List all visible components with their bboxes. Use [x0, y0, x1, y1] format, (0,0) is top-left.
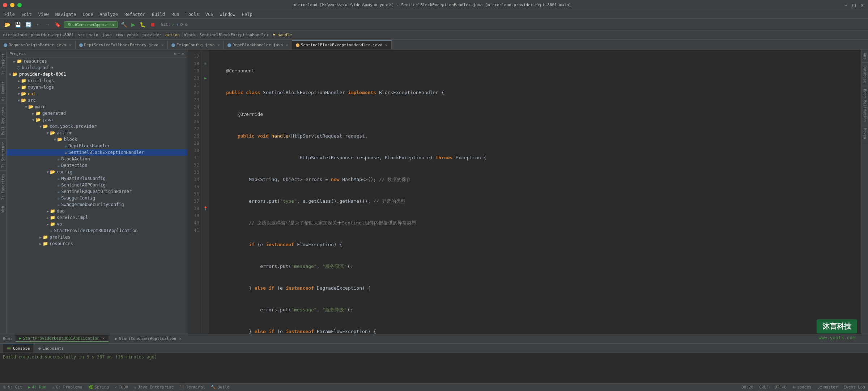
tab-dept-block-handler[interactable]: DeptBlockHandler.java ✕ — [224, 40, 292, 50]
right-panel-ant[interactable]: Ant — [862, 50, 868, 63]
code-editor[interactable]: 17 18 19 20 21 22 23 24 25 26 27 28 29 3… — [187, 50, 861, 334]
minimize-button[interactable] — [10, 3, 14, 7]
tree-item-generated[interactable]: ▶ 📁 generated — [7, 110, 187, 117]
tab-request-origin-parser[interactable]: RequestOriginParser.java ✕ — [0, 40, 76, 50]
gear-icon[interactable]: ⚙ — [174, 51, 176, 56]
tree-item-src[interactable]: ▼ 📂 src — [7, 97, 187, 104]
minimize-icon[interactable]: − — [843, 2, 849, 8]
status-crlf[interactable]: CRLF — [759, 385, 769, 390]
menu-run[interactable]: Run — [169, 11, 182, 18]
breadcrumb-block[interactable]: block — [184, 33, 196, 37]
tree-item-block[interactable]: ▼ 📂 block — [7, 136, 187, 143]
tree-item-muyan-logs[interactable]: ▶ 📁 muyan-logs — [7, 84, 187, 91]
tree-item-resources[interactable]: ▶ 📁 resources — [7, 58, 187, 64]
tab-sentinel-handler[interactable]: SentinelBlockExceptionHandler.java ✕ — [292, 40, 392, 50]
status-build[interactable]: 🔨 Build — [211, 385, 229, 390]
tree-item-sentinel-aop[interactable]: ▶ ☕ SentinelAOPConfig — [7, 182, 187, 188]
menu-edit[interactable]: Edit — [18, 11, 35, 18]
menu-vcs[interactable]: VCS — [203, 11, 216, 18]
menu-navigate[interactable]: Navigate — [52, 11, 79, 18]
close-icon[interactable]: ✕ — [859, 2, 865, 8]
breadcrumb-provider[interactable]: provider — [142, 33, 162, 37]
status-todo[interactable]: ✓ TODO — [115, 385, 128, 390]
tab-close-icon[interactable]: ✕ — [161, 43, 164, 47]
tree-item-build-gradle[interactable]: ▶ ⬡ build.gradle — [7, 64, 187, 71]
tree-item-resources2[interactable]: ▶ 📁 resources — [7, 240, 187, 247]
menu-file[interactable]: File — [1, 11, 18, 18]
menu-view[interactable]: View — [35, 11, 52, 18]
breadcrumb-microcloud[interactable]: microcloud — [3, 33, 27, 37]
menu-code[interactable]: Code — [80, 11, 96, 18]
menu-window[interactable]: Window — [217, 11, 238, 18]
tree-item-action[interactable]: ▼ 📂 action — [7, 130, 187, 136]
status-event-log[interactable]: Event Log — [843, 385, 865, 390]
menu-tools[interactable]: Tools — [183, 11, 202, 18]
sidebar-pull-requests[interactable]: Pull Requests — [0, 104, 6, 138]
right-panel-database[interactable]: Database — [862, 63, 868, 86]
sidebar-favorites[interactable]: 2: Favorites — [0, 171, 6, 203]
tab-endpoints[interactable]: ⊕ Endpoints — [35, 344, 67, 353]
breadcrumb-main[interactable]: main — [89, 33, 98, 37]
breadcrumb-com[interactable]: com — [115, 33, 123, 37]
restore-icon[interactable]: □ — [851, 2, 857, 8]
tree-item-main[interactable]: ▼ 📂 main — [7, 104, 187, 110]
tree-item-sentinel-handler[interactable]: ▶ ☕ SentinelBlockExceptionHandler — [7, 149, 187, 156]
tab-console[interactable]: 📟 Console — [3, 344, 33, 353]
status-git[interactable]: ⑨ 9: Git — [3, 385, 22, 390]
tree-item-out[interactable]: ▼ 📂 out — [7, 91, 187, 97]
tree-item-dept-action[interactable]: ▶ ☕ DeptAction — [7, 162, 187, 169]
tree-item-config[interactable]: ▼ 📂 config — [7, 169, 187, 175]
build-button[interactable]: 🔨 — [119, 21, 128, 28]
tree-item-swagger-config[interactable]: ▶ ☕ SwaggerConfig — [7, 195, 187, 201]
tab-close-active-icon[interactable]: ✕ — [385, 43, 388, 47]
sidebar-commit[interactable]: 0: Commit — [0, 78, 6, 104]
tab-feign-config[interactable]: FeignConfig.java ✕ — [168, 40, 224, 50]
status-java-enterprise[interactable]: ☕ Java Enterprise — [134, 385, 174, 390]
status-spring[interactable]: 🌿 Spring — [88, 385, 109, 390]
sidebar-web[interactable]: Web — [0, 203, 6, 215]
tree-item-com-yootk[interactable]: ▼ 📂 com.yootk.provider — [7, 123, 187, 130]
status-run[interactable]: ▶ 4: Run — [28, 385, 46, 390]
save-button[interactable]: 💾 — [13, 21, 22, 28]
forward-button[interactable]: → — [44, 21, 52, 28]
breadcrumb-action[interactable]: action — [165, 33, 180, 37]
tree-item-service-impl[interactable]: ▶ 📁 service.impl — [7, 214, 187, 221]
breadcrumb-src[interactable]: src — [78, 33, 85, 37]
right-panel-maven[interactable]: Maven — [862, 125, 868, 142]
tree-item-dao[interactable]: ▶ 📁 dao — [7, 208, 187, 214]
status-problems[interactable]: ⚠ 6: Problems — [52, 385, 82, 390]
run-close-icon-2[interactable]: ✕ — [179, 336, 182, 341]
collapse-icon[interactable]: − — [178, 51, 180, 56]
project-tree-actions[interactable]: ⚙ − ✕ — [174, 51, 184, 56]
right-panel-bean[interactable]: Bean Validation — [862, 86, 868, 125]
sidebar-project[interactable]: 1: Project — [0, 50, 6, 78]
stop-button[interactable]: ⏹ — [149, 21, 157, 28]
status-encoding[interactable]: UTF-8 — [775, 385, 787, 390]
status-indent[interactable]: 4 spaces — [792, 385, 812, 390]
open-file-button[interactable]: 📂 — [3, 21, 12, 28]
tree-item-java[interactable]: ▼ 📂 java — [7, 117, 187, 123]
titlebar-window-icons[interactable] — [3, 3, 22, 7]
menu-analyze[interactable]: Analyze — [97, 11, 121, 18]
tree-item-profiles[interactable]: ▶ 📁 profiles — [7, 234, 187, 240]
tree-item-sentinel-origin[interactable]: ▶ ☕ SentinelRequestOriginParser — [7, 188, 187, 195]
bookmark-button[interactable]: 🔖 — [53, 21, 62, 28]
status-branch[interactable]: ⎇ master — [817, 385, 838, 390]
run-configuration-selector[interactable]: StartConsumerApplication — [64, 21, 118, 28]
tree-item-dept-block-handler[interactable]: ▶ ☕ DeptBlockHandler — [7, 143, 187, 149]
breadcrumb-handle-method[interactable]: ⚑ handle — [273, 33, 292, 37]
code-content[interactable]: @Component public class SentinelBlockExc… — [209, 50, 861, 334]
run-close-icon[interactable]: ✕ — [102, 336, 105, 341]
tab-dept-service-fallback[interactable]: DeptServiceFallbackFactory.java ✕ — [76, 40, 168, 50]
run-button[interactable]: ▶ — [130, 21, 137, 28]
sidebar-structure[interactable]: Z: Structure — [0, 138, 6, 171]
tab-close-icon[interactable]: ✕ — [286, 43, 288, 47]
breadcrumb-handler-class[interactable]: SentinelBlockExceptionHandler — [199, 33, 269, 37]
tree-item-start-app[interactable]: ▶ ☕ StartProviderDept8001Application — [7, 227, 187, 234]
tree-item-vo[interactable]: ▶ 📁 vo — [7, 221, 187, 227]
close-panel-icon[interactable]: ✕ — [182, 51, 184, 56]
tree-item-swagger-security[interactable]: ▶ ☕ SwaggerWebSecurityConfig — [7, 201, 187, 208]
tree-item-provider-dept[interactable]: ▼ 📂 provider-dept-8001 — [7, 71, 187, 77]
maximize-button[interactable] — [17, 3, 22, 7]
run-tab-provider[interactable]: ▶ StartProviderDept8001Application ✕ — [16, 335, 109, 342]
